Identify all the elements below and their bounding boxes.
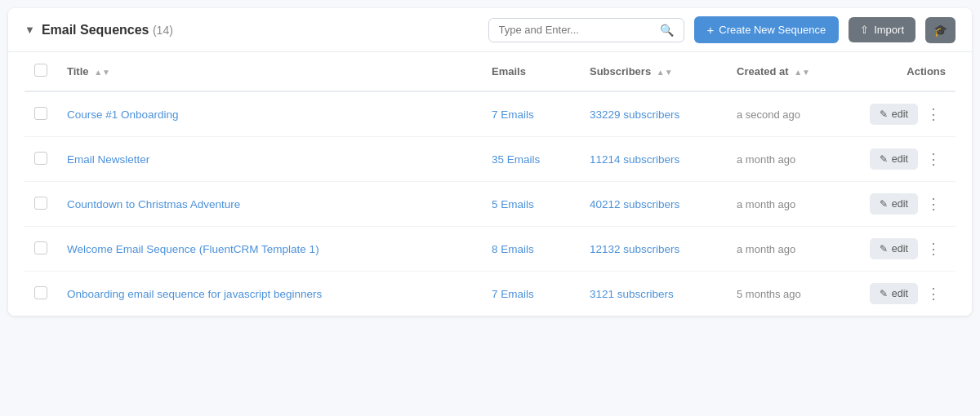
- row-checkbox-cell: [24, 91, 57, 137]
- more-options-button[interactable]: ⋮: [921, 193, 946, 215]
- row-title-cell: Countdown to Christmas Adventure: [57, 182, 482, 227]
- row-checkbox-cell: [24, 182, 57, 227]
- header-created-at[interactable]: Created at ▲▼: [727, 52, 858, 91]
- sequence-count: (14): [153, 24, 173, 37]
- sequence-title-link[interactable]: Welcome Email Sequence (FluentCRM Templa…: [67, 243, 319, 255]
- header-checkbox-cell: [24, 52, 57, 91]
- edit-icon: ✎: [880, 108, 888, 120]
- row-checkbox-cell: [24, 227, 57, 272]
- row-checkbox-cell: [24, 137, 57, 182]
- row-actions-cell: ✎ edit ⋮: [858, 272, 956, 316]
- row-emails-cell: 7 Emails: [482, 272, 580, 316]
- table-row: Countdown to Christmas Adventure 5 Email…: [24, 182, 956, 227]
- edit-button[interactable]: ✎ edit: [870, 238, 918, 259]
- sequence-title-link[interactable]: Countdown to Christmas Adventure: [67, 198, 240, 210]
- subscribers-sort-icon: ▲▼: [657, 68, 673, 77]
- more-options-button[interactable]: ⋮: [921, 104, 946, 125]
- emails-count: 7 Emails: [492, 288, 534, 300]
- import-button[interactable]: ⇧ Import: [849, 17, 915, 42]
- header-title[interactable]: Title ▲▼: [57, 52, 482, 91]
- edit-label: edit: [892, 198, 908, 210]
- row-checkbox-3[interactable]: [34, 241, 47, 254]
- row-subscribers-cell: 33229 subscribers: [580, 91, 727, 137]
- edit-icon: ✎: [880, 243, 888, 254]
- edit-button[interactable]: ✎ edit: [870, 283, 918, 304]
- created-time: a second ago: [737, 108, 800, 121]
- row-emails-cell: 35 Emails: [482, 137, 580, 182]
- subscribers-count: 33229 subscribers: [590, 108, 679, 121]
- table-body: Course #1 Onboarding 7 Emails 33229 subs…: [24, 91, 956, 316]
- created-sort-icon: ▲▼: [794, 68, 810, 77]
- row-emails-cell: 8 Emails: [482, 227, 580, 272]
- row-created-cell: a month ago: [727, 137, 858, 182]
- row-checkbox-cell: [24, 272, 57, 316]
- table-row: Email Newsletter 35 Emails 11214 subscri…: [24, 137, 956, 182]
- page-header: ▼ Email Sequences (14) 🔍 + Create New Se…: [8, 8, 972, 52]
- sequence-title-link[interactable]: Onboarding email sequence for javascript…: [67, 288, 322, 300]
- more-options-button[interactable]: ⋮: [921, 148, 946, 170]
- table-row: Onboarding email sequence for javascript…: [24, 272, 956, 316]
- search-icon: 🔍: [660, 24, 674, 37]
- actions-container: ✎ edit ⋮: [867, 283, 946, 304]
- row-title-cell: Onboarding email sequence for javascript…: [57, 272, 482, 316]
- table-row: Course #1 Onboarding 7 Emails 33229 subs…: [24, 91, 956, 137]
- more-options-button[interactable]: ⋮: [921, 238, 946, 259]
- row-subscribers-cell: 40212 subscribers: [580, 182, 727, 227]
- created-time: a month ago: [737, 198, 795, 210]
- edit-icon: ✎: [880, 198, 888, 210]
- table-header-row: Title ▲▼ Emails Subscribers ▲▼ Created a…: [24, 52, 956, 91]
- edit-label: edit: [892, 108, 908, 120]
- search-box: 🔍: [488, 18, 684, 42]
- edit-label: edit: [892, 243, 908, 254]
- edit-icon: ✎: [880, 288, 888, 299]
- create-sequence-button[interactable]: + Create New Sequence: [694, 16, 840, 43]
- select-all-checkbox[interactable]: [34, 64, 47, 77]
- upload-icon: ⇧: [860, 24, 869, 36]
- plus-icon: +: [707, 23, 715, 37]
- app-container: ▼ Email Sequences (14) 🔍 + Create New Se…: [8, 8, 972, 316]
- emails-count: 8 Emails: [492, 243, 534, 255]
- row-created-cell: a second ago: [727, 91, 858, 137]
- title-area: ▼ Email Sequences (14): [24, 23, 479, 38]
- row-checkbox-0[interactable]: [34, 107, 47, 120]
- created-time: a month ago: [737, 153, 795, 166]
- edit-button[interactable]: ✎ edit: [870, 148, 918, 170]
- actions-container: ✎ edit ⋮: [867, 104, 946, 125]
- header-subscribers[interactable]: Subscribers ▲▼: [580, 52, 727, 91]
- edit-button[interactable]: ✎ edit: [870, 104, 918, 125]
- table-wrapper: Title ▲▼ Emails Subscribers ▲▼ Created a…: [8, 52, 972, 316]
- title-text: Email Sequences: [42, 23, 149, 37]
- row-actions-cell: ✎ edit ⋮: [858, 91, 956, 137]
- page-title: Email Sequences (14): [42, 23, 173, 38]
- row-checkbox-2[interactable]: [34, 197, 47, 210]
- flag-button[interactable]: 🎓: [925, 17, 956, 43]
- search-input[interactable]: [499, 24, 653, 36]
- row-title-cell: Course #1 Onboarding: [57, 91, 482, 137]
- subscribers-count: 11214 subscribers: [590, 153, 679, 166]
- row-subscribers-cell: 11214 subscribers: [580, 137, 727, 182]
- row-subscribers-cell: 12132 subscribers: [580, 227, 727, 272]
- row-created-cell: a month ago: [727, 227, 858, 272]
- row-checkbox-4[interactable]: [34, 286, 47, 299]
- title-sort-icon: ▲▼: [94, 68, 110, 77]
- import-label: Import: [874, 24, 904, 36]
- emails-count: 7 Emails: [492, 108, 534, 121]
- subscribers-count: 40212 subscribers: [590, 198, 679, 210]
- row-actions-cell: ✎ edit ⋮: [858, 227, 956, 272]
- actions-container: ✎ edit ⋮: [867, 193, 946, 215]
- row-emails-cell: 7 Emails: [482, 91, 580, 137]
- table-row: Welcome Email Sequence (FluentCRM Templa…: [24, 227, 956, 272]
- more-options-button[interactable]: ⋮: [921, 283, 946, 304]
- sequence-title-link[interactable]: Email Newsletter: [67, 153, 149, 166]
- edit-button[interactable]: ✎ edit: [870, 193, 918, 215]
- header-actions: Actions: [858, 52, 956, 91]
- sequence-title-link[interactable]: Course #1 Onboarding: [67, 108, 179, 121]
- row-checkbox-1[interactable]: [34, 152, 47, 165]
- actions-container: ✎ edit ⋮: [867, 148, 946, 170]
- edit-label: edit: [892, 153, 908, 165]
- actions-container: ✎ edit ⋮: [867, 238, 946, 259]
- emails-count: 5 Emails: [492, 198, 534, 210]
- emails-count: 35 Emails: [492, 153, 540, 166]
- row-title-cell: Welcome Email Sequence (FluentCRM Templa…: [57, 227, 482, 272]
- collapse-icon[interactable]: ▼: [24, 24, 35, 36]
